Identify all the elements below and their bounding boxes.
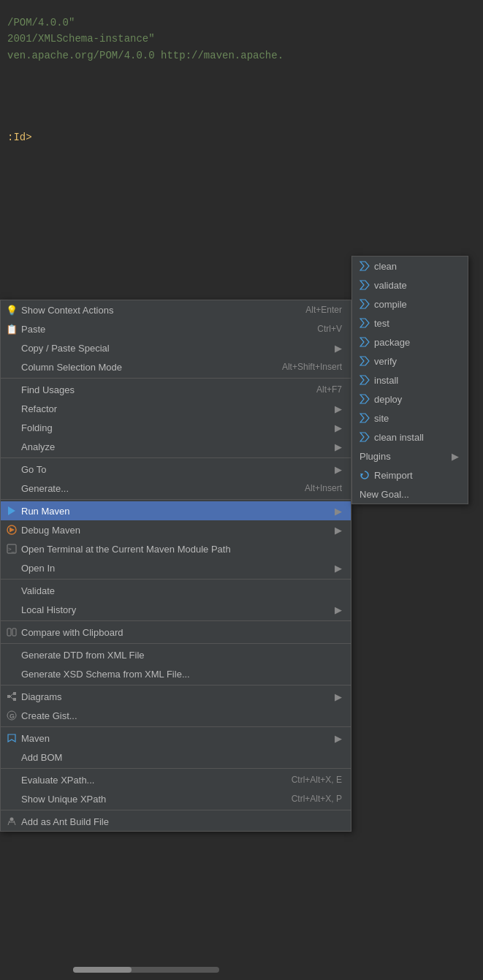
menu-item-debug-maven[interactable]: Debug Maven ▶ [1, 520, 351, 539]
menu-item-copy-paste-special[interactable]: Copy / Paste Special ▶ [1, 338, 351, 357]
gist-icon: G [5, 709, 18, 722]
separator-2 [1, 457, 351, 458]
svg-marker-20 [360, 281, 369, 289]
submenu-item-install[interactable]: install [352, 371, 468, 390]
shortcut-evaluate-xpath: Ctrl+Alt+X, E [292, 775, 342, 785]
scrollbar-thumb[interactable] [73, 967, 132, 973]
run-maven-submenu: clean validate compile test [351, 256, 468, 504]
maven-run-icon-3 [360, 299, 370, 309]
menu-item-compare-clipboard[interactable]: Compare with Clipboard [1, 623, 351, 642]
submenu-item-compile[interactable]: compile [352, 295, 468, 314]
maven-run-icon-2 [360, 280, 370, 290]
submenu-item-test[interactable]: test [352, 314, 468, 333]
svg-text:G: G [9, 713, 15, 720]
menu-item-open-in[interactable]: Open In ▶ [1, 558, 351, 577]
diagram-icon [5, 690, 18, 703]
submenu-item-verify[interactable]: verify [352, 352, 468, 371]
menu-label-refactor: Refactor [21, 403, 57, 414]
menu-item-evaluate-xpath[interactable]: Evaluate XPath... Ctrl+Alt+X, E [1, 770, 351, 789]
menu-item-refactor[interactable]: Refactor ▶ [1, 399, 351, 418]
submenu-item-new-goal[interactable]: New Goal... [352, 485, 468, 504]
submenu-item-site[interactable]: site [352, 409, 468, 428]
paste-icon: 📋 [5, 322, 18, 335]
menu-item-maven[interactable]: Maven ▶ [1, 729, 351, 748]
submenu-item-plugins[interactable]: Plugins ▶ [352, 447, 468, 466]
submenu-label-validate: validate [374, 280, 407, 291]
submenu-label-test: test [374, 318, 389, 329]
menu-item-analyze[interactable]: Analyze ▶ [1, 437, 351, 456]
maven-run-icon [360, 261, 370, 271]
menu-label-create-gist: Create Gist... [21, 710, 77, 721]
menu-item-show-unique-xpath[interactable]: Show Unique XPath Ctrl+Alt+X, P [1, 789, 351, 808]
svg-text:>_: >_ [8, 546, 15, 552]
menu-item-show-context-actions[interactable]: 💡 Show Context Actions Alt+Enter [1, 300, 351, 319]
arrow-icon-debug-maven: ▶ [335, 525, 342, 536]
menu-item-generate-xsd[interactable]: Generate XSD Schema from XML File... [1, 664, 351, 683]
submenu-label-clean: clean [374, 261, 397, 272]
arrow-icon-folding: ▶ [335, 422, 342, 433]
menu-item-diagrams[interactable]: Diagrams ▶ [1, 687, 351, 706]
menu-label-generate-xsd: Generate XSD Schema from XML File... [21, 669, 190, 680]
menu-item-generate[interactable]: Generate... Alt+Insert [1, 479, 351, 498]
menu-label-find-usages: Find Usages [21, 384, 75, 395]
menu-item-folding[interactable]: Folding ▶ [1, 418, 351, 437]
menu-item-open-terminal[interactable]: >_ Open Terminal at the Current Maven Mo… [1, 539, 351, 558]
svg-line-17 [8, 821, 9, 825]
svg-marker-0 [8, 506, 15, 515]
menu-item-find-usages[interactable]: Find Usages Alt+F7 [1, 380, 351, 399]
menu-label-analyze: Analyze [21, 441, 55, 452]
arrow-icon-refactor: ▶ [335, 403, 342, 414]
reimport-icon [360, 470, 370, 480]
menu-item-add-bom[interactable]: Add BOM [1, 748, 351, 767]
menu-item-local-history[interactable]: Local History ▶ [1, 600, 351, 619]
menu-item-validate[interactable]: Validate [1, 581, 351, 600]
shortcut-find-usages: Alt+F7 [316, 384, 342, 395]
menu-label-copy-paste-special: Copy / Paste Special [21, 343, 110, 354]
menu-item-column-selection[interactable]: Column Selection Mode Alt+Shift+Insert [1, 357, 351, 376]
svg-marker-27 [360, 414, 369, 422]
arrow-icon-go-to: ▶ [335, 464, 342, 475]
scrollbar-track[interactable] [73, 967, 219, 973]
submenu-item-deploy[interactable]: deploy [352, 390, 468, 409]
arrow-icon-run-maven: ▶ [335, 506, 342, 517]
menu-label-show-unique-xpath: Show Unique XPath [21, 794, 106, 805]
code-line-7 [7, 113, 476, 129]
arrow-icon-plugins: ▶ [452, 451, 459, 462]
menu-item-add-ant-build[interactable]: Add as Ant Build File [1, 812, 351, 831]
svg-marker-28 [360, 433, 369, 441]
submenu-label-plugins: Plugins [360, 451, 391, 462]
separator-9 [1, 768, 351, 769]
submenu-item-validate[interactable]: validate [352, 276, 468, 295]
submenu-item-clean[interactable]: clean [352, 257, 468, 276]
svg-marker-22 [360, 319, 369, 327]
maven-run-icon-8 [360, 394, 370, 404]
submenu-label-deploy: deploy [374, 394, 402, 405]
menu-item-create-gist[interactable]: G Create Gist... [1, 706, 351, 725]
submenu-item-package[interactable]: package [352, 333, 468, 352]
arrow-icon-copy-paste: ▶ [335, 343, 342, 354]
arrow-icon-maven: ▶ [335, 733, 342, 744]
maven-run-icon-4 [360, 318, 370, 328]
menu-label-run-maven: Run Maven [21, 506, 69, 517]
menu-label-add-ant-build: Add as Ant Build File [21, 816, 109, 827]
menu-label-validate: Validate [21, 585, 55, 596]
separator-3 [1, 499, 351, 500]
menu-label-go-to: Go To [21, 464, 46, 475]
separator-10 [1, 810, 351, 810]
submenu-item-clean-install[interactable]: clean install [352, 428, 468, 447]
menu-label-generate-dtd: Generate DTD from XML File [21, 650, 145, 661]
menu-item-generate-dtd[interactable]: Generate DTD from XML File [1, 645, 351, 664]
menu-label-diagrams: Diagrams [21, 691, 62, 702]
menu-item-run-maven[interactable]: Run Maven ▶ [1, 501, 351, 520]
svg-marker-21 [360, 300, 369, 308]
menu-item-go-to[interactable]: Go To ▶ [1, 460, 351, 479]
menu-label-generate: Generate... [21, 483, 69, 494]
menu-item-paste[interactable]: 📋 Paste Ctrl+V [1, 319, 351, 338]
submenu-label-new-goal: New Goal... [360, 489, 409, 500]
menu-label-paste: Paste [21, 324, 45, 335]
shortcut-show-context-actions: Alt+Enter [305, 305, 342, 315]
code-line-6 [7, 96, 476, 113]
submenu-item-reimport[interactable]: Reimport [352, 466, 468, 485]
submenu-label-site: site [374, 413, 389, 424]
svg-marker-19 [360, 262, 369, 270]
